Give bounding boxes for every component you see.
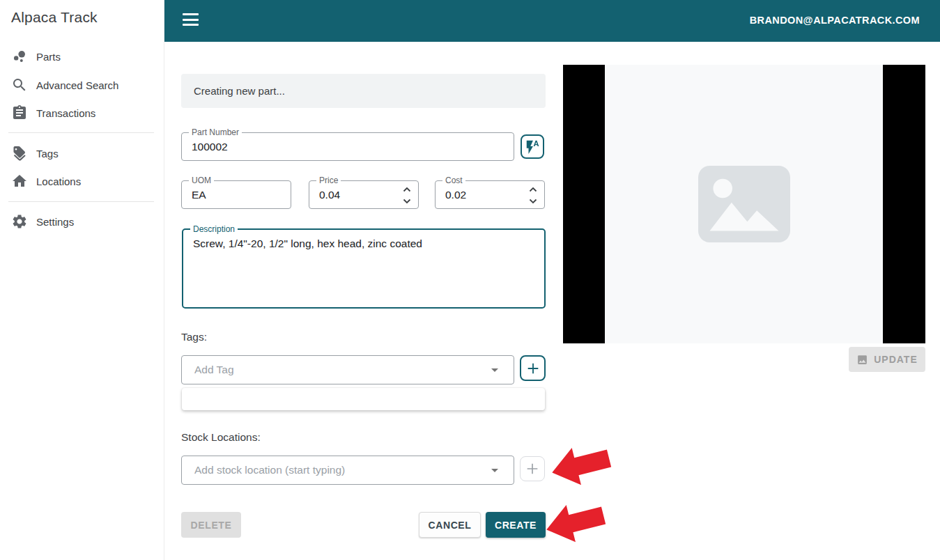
price-label: Price (316, 176, 341, 185)
update-image-button[interactable]: UPDATE (849, 347, 925, 372)
add-stock-location-select[interactable] (181, 456, 514, 485)
price-field: Price (309, 180, 419, 209)
description-input[interactable]: Screw, 1/4"-20, 1/2" long, hex head, zin… (183, 230, 544, 307)
uom-label: UOM (189, 176, 214, 185)
red-left-arrow-icon (547, 437, 615, 494)
plus-icon (525, 361, 541, 376)
annotation-arrow-stock-plus (547, 437, 615, 494)
price-stepper[interactable] (402, 185, 412, 206)
sidebar-divider (8, 132, 154, 133)
description-field: Description Screw, 1/4"-20, 1/2" long, h… (182, 228, 546, 309)
delete-button[interactable]: DELETE (181, 512, 241, 538)
tags-empty-panel (182, 388, 545, 410)
part-number-label: Part Number (189, 127, 242, 137)
cancel-button[interactable]: CANCEL (419, 512, 481, 538)
annotation-arrow-create (541, 494, 610, 552)
sidebar-item-locations[interactable]: Locations (0, 167, 164, 195)
image-icon (856, 354, 868, 366)
sidebar-item-label: Tags (36, 148, 59, 160)
bubble-chart-icon (11, 48, 28, 65)
app-root: Alpaca Track Parts Advanced Search Trans… (0, 0, 940, 560)
sidebar-item-advanced-search[interactable]: Advanced Search (0, 71, 164, 99)
sidebar-item-transactions[interactable]: Transactions (0, 99, 164, 127)
hamburger-icon[interactable] (183, 13, 199, 27)
flash-auto-icon (525, 139, 540, 155)
top-app-bar: BRANDON@ALPACATRACK.COM (164, 0, 940, 42)
update-button-label: UPDATE (874, 354, 918, 365)
part-image-panel (563, 65, 925, 343)
status-banner: Creating new part... (181, 74, 546, 108)
sidebar-item-label: Settings (36, 216, 74, 228)
red-left-arrow-icon (541, 494, 610, 552)
cost-stepper[interactable] (528, 185, 538, 206)
sidebar-item-tags[interactable]: Tags (0, 139, 164, 167)
search-icon (11, 77, 28, 93)
image-icon (698, 166, 790, 242)
tags-section-label: Tags: (181, 331, 207, 343)
auto-number-button[interactable] (521, 134, 544, 159)
sidebar-divider (8, 201, 154, 202)
cost-label: Cost (442, 176, 465, 185)
add-tag-input[interactable] (182, 364, 491, 376)
sidebar-item-settings[interactable]: Settings (0, 208, 164, 235)
chevron-down-icon (491, 368, 498, 372)
description-label: Description (190, 224, 238, 234)
cost-field: Cost (435, 180, 545, 209)
plus-icon (525, 461, 540, 476)
sidebar-item-label: Advanced Search (36, 79, 118, 91)
add-tag-select[interactable] (181, 355, 514, 384)
clipboard-icon (11, 104, 28, 121)
gear-icon (11, 213, 28, 230)
chevron-down-icon (491, 469, 498, 472)
app-title: Alpaca Track (11, 9, 98, 26)
stock-locations-section-label: Stock Locations: (181, 431, 261, 444)
uom-field: UOM (181, 180, 291, 209)
add-stock-location-button[interactable] (520, 456, 545, 481)
part-image-placeholder (605, 65, 883, 343)
tag-icon (11, 145, 28, 162)
add-stock-location-input[interactable] (182, 464, 491, 476)
sidebar-item-label: Transactions (36, 107, 95, 119)
sidebar: Alpaca Track Parts Advanced Search Trans… (0, 0, 164, 560)
part-number-field: Part Number (181, 132, 514, 161)
user-email[interactable]: BRANDON@ALPACATRACK.COM (750, 15, 920, 26)
add-tag-button[interactable] (520, 355, 546, 381)
sidebar-item-label: Locations (36, 176, 81, 187)
sidebar-item-label: Parts (36, 51, 61, 63)
home-icon (11, 173, 28, 189)
sidebar-item-parts[interactable]: Parts (0, 42, 164, 70)
create-button[interactable]: CREATE (486, 512, 546, 538)
